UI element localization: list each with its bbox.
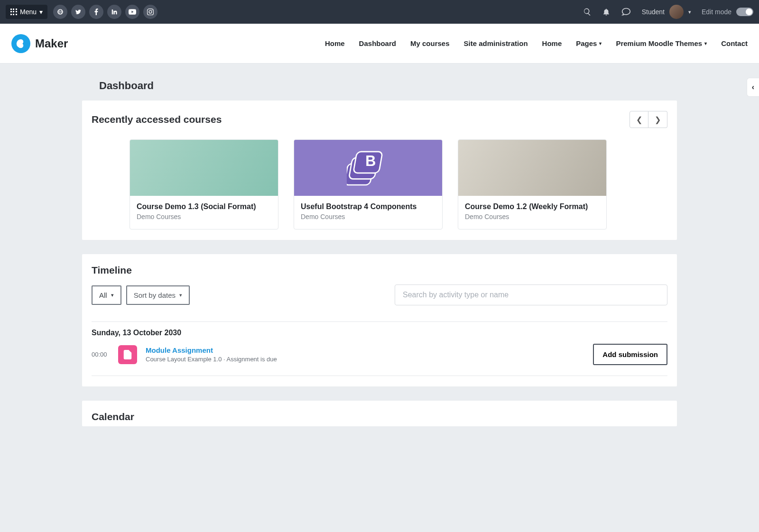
chevron-down-icon: ▾ xyxy=(39,8,43,16)
bell-icon[interactable] xyxy=(602,8,611,16)
social-icons xyxy=(53,5,157,19)
course-thumbnail xyxy=(130,140,278,196)
course-list: Course Demo 1.3 (Social Format) Demo Cou… xyxy=(92,139,667,229)
calendar-section: Calendar xyxy=(82,401,677,426)
main-nav-bar: Maker Home Dashboard My courses Site adm… xyxy=(0,24,759,64)
timeline-section: Timeline All ▾ Sort by dates ▾ Sunday, 1… xyxy=(82,254,677,386)
page: Dashboard Recently accessed courses ❮ ❯ … xyxy=(82,64,677,426)
timeline-item-time: 00:00 xyxy=(92,351,110,358)
course-title: Useful Bootstrap 4 Components xyxy=(301,202,435,211)
course-category: Demo Courses xyxy=(301,213,435,220)
username-label: Student xyxy=(642,8,665,16)
edit-mode-label: Edit mode xyxy=(702,8,731,16)
timeline-search xyxy=(395,284,667,305)
edit-mode-toggle[interactable] xyxy=(736,8,753,16)
instagram-icon[interactable] xyxy=(143,5,157,19)
avatar xyxy=(669,5,684,19)
youtube-icon[interactable] xyxy=(125,5,139,19)
facebook-icon[interactable] xyxy=(89,5,103,19)
drawer-toggle[interactable]: ‹ xyxy=(747,78,759,97)
course-card[interactable]: Course Demo 1.2 (Weekly Format) Demo Cou… xyxy=(458,139,607,229)
course-card[interactable]: B Useful Bootstrap 4 Components Demo Cou… xyxy=(294,139,443,229)
carousel-prev-button[interactable]: ❮ xyxy=(629,111,648,128)
nav-pages[interactable]: Pages▾ xyxy=(576,39,602,47)
search-icon[interactable] xyxy=(583,8,592,16)
nav-pages-label: Pages xyxy=(576,39,597,47)
topbar-right: Student ▾ Edit mode xyxy=(583,5,753,19)
topbar-left: Menu ▾ xyxy=(6,5,157,19)
timeline-search-input[interactable] xyxy=(395,284,667,305)
timeline-sort[interactable]: Sort by dates ▾ xyxy=(126,285,190,305)
course-category: Demo Courses xyxy=(465,213,600,220)
recent-title: Recently accessed courses xyxy=(92,114,222,125)
user-menu[interactable]: Student ▾ xyxy=(642,5,691,19)
edit-mode-control: Edit mode xyxy=(702,8,753,16)
brand[interactable]: Maker xyxy=(11,34,68,53)
brand-name: Maker xyxy=(35,37,68,50)
course-thumbnail: B xyxy=(294,140,442,196)
assignment-icon xyxy=(118,345,137,364)
timeline-filter-all[interactable]: All ▾ xyxy=(92,285,121,305)
nav-home[interactable]: Home xyxy=(325,39,345,47)
nav-site-administration[interactable]: Site administration xyxy=(464,39,528,47)
svg-point-0 xyxy=(20,41,22,42)
chevron-down-icon: ▾ xyxy=(599,41,602,46)
brand-logo-icon xyxy=(11,34,30,53)
add-submission-button[interactable]: Add submission xyxy=(593,344,667,365)
globe-icon[interactable] xyxy=(53,5,67,19)
chevron-down-icon: ▾ xyxy=(704,41,707,46)
recent-courses-section: Recently accessed courses ❮ ❯ Course Dem… xyxy=(82,101,677,240)
carousel-nav: ❮ ❯ xyxy=(629,111,667,128)
menu-button-label: Menu xyxy=(20,8,37,16)
sort-label: Sort by dates xyxy=(134,291,176,299)
nav-home-2[interactable]: Home xyxy=(542,39,562,47)
main-nav: Home Dashboard My courses Site administr… xyxy=(325,39,748,47)
course-thumbnail xyxy=(458,140,606,196)
chevron-left-icon: ‹ xyxy=(752,83,754,92)
nav-premium-themes[interactable]: Premium Moodle Themes▾ xyxy=(616,39,707,47)
page-title: Dashboard xyxy=(82,64,677,101)
chevron-right-icon: ❯ xyxy=(655,115,661,124)
linkedin-icon[interactable] xyxy=(107,5,121,19)
chevron-down-icon: ▾ xyxy=(179,292,182,298)
chevron-down-icon: ▾ xyxy=(688,9,691,15)
timeline-item-subtitle: Course Layout Example 1.0 · Assignment i… xyxy=(146,356,277,363)
calendar-title: Calendar xyxy=(92,411,667,422)
timeline-title: Timeline xyxy=(92,265,667,276)
course-category: Demo Courses xyxy=(137,213,271,220)
course-title: Course Demo 1.3 (Social Format) xyxy=(137,202,271,211)
svg-point-1 xyxy=(20,45,22,46)
chevron-left-icon: ❮ xyxy=(636,115,642,124)
chat-icon[interactable] xyxy=(621,7,631,17)
nav-contact[interactable]: Contact xyxy=(721,39,748,47)
nav-dashboard[interactable]: Dashboard xyxy=(359,39,396,47)
filter-label: All xyxy=(99,291,107,299)
timeline-date-header: Sunday, 13 October 2030 xyxy=(92,321,667,337)
svg-text:B: B xyxy=(365,153,376,169)
course-card[interactable]: Course Demo 1.3 (Social Format) Demo Cou… xyxy=(130,139,278,229)
top-bar: Menu ▾ Student ▾ Edit mode xyxy=(0,0,759,24)
timeline-item: 00:00 Module Assignment Course Layout Ex… xyxy=(92,337,667,376)
apps-grid-icon xyxy=(10,9,17,15)
menu-button[interactable]: Menu ▾ xyxy=(6,5,47,19)
carousel-next-button[interactable]: ❯ xyxy=(648,111,667,128)
nav-themes-label: Premium Moodle Themes xyxy=(616,39,702,47)
nav-my-courses[interactable]: My courses xyxy=(410,39,450,47)
twitter-icon[interactable] xyxy=(71,5,85,19)
chevron-down-icon: ▾ xyxy=(111,292,114,298)
course-title: Course Demo 1.2 (Weekly Format) xyxy=(465,202,600,211)
timeline-item-title[interactable]: Module Assignment xyxy=(146,346,277,354)
